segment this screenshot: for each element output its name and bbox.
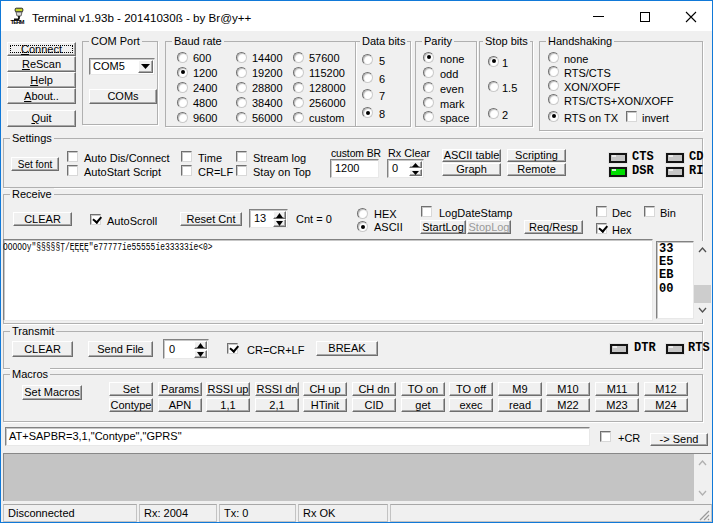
svg-text:TERM: TERM [11, 19, 25, 25]
